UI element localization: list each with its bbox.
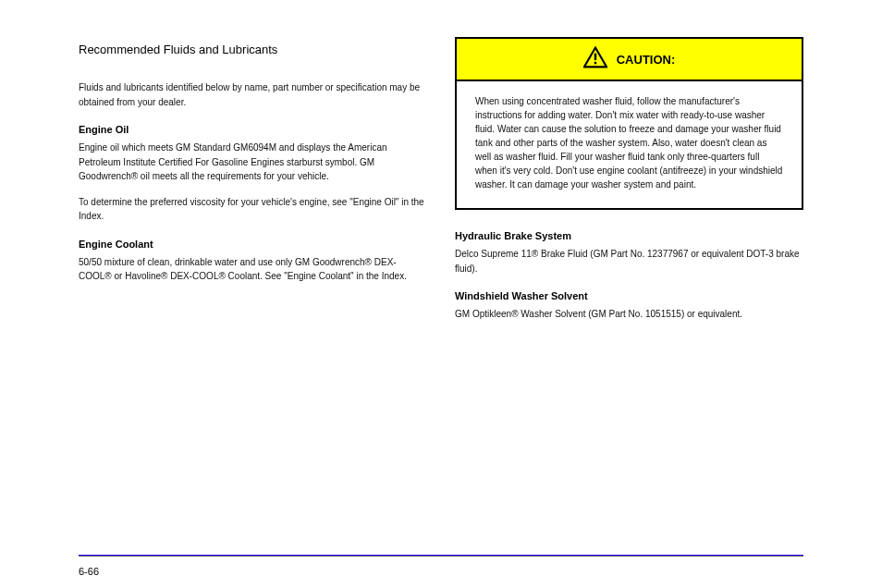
svg-rect-1 bbox=[594, 54, 596, 60]
left-column: Recommended Fluids and Lubricants Fluids… bbox=[79, 37, 427, 295]
two-column-layout: Recommended Fluids and Lubricants Fluids… bbox=[79, 37, 803, 333]
page: Recommended Fluids and Lubricants Fluids… bbox=[0, 0, 882, 333]
svg-rect-2 bbox=[594, 62, 596, 65]
subheading-brake-system: Hydraulic Brake System bbox=[455, 230, 803, 241]
right-column: CAUTION: When using concentrated washer … bbox=[455, 37, 803, 333]
subheading-engine-oil: Engine Oil bbox=[79, 124, 427, 135]
subheading-engine-coolant: Engine Coolant bbox=[79, 239, 427, 250]
paragraph: 50/50 mixture of clean, drinkable water … bbox=[79, 255, 427, 284]
page-number: 6-66 bbox=[79, 566, 99, 577]
subheading-washer-solvent: Windshield Washer Solvent bbox=[455, 290, 803, 301]
caution-header: CAUTION: bbox=[457, 39, 802, 81]
footer-rule bbox=[79, 555, 803, 556]
section-title: Recommended Fluids and Lubricants bbox=[79, 43, 427, 56]
paragraph: Fluids and lubricants identified below b… bbox=[79, 80, 427, 109]
paragraph: GM Optikleen® Washer Solvent (GM Part No… bbox=[455, 307, 803, 322]
paragraph: Delco Supreme 11® Brake Fluid (GM Part N… bbox=[455, 247, 803, 276]
caution-body: When using concentrated washer fluid, fo… bbox=[457, 81, 802, 208]
warning-icon bbox=[583, 46, 607, 72]
paragraph: To determine the preferred viscosity for… bbox=[79, 195, 427, 224]
caution-box: CAUTION: When using concentrated washer … bbox=[455, 37, 803, 210]
paragraph: Engine oil which meets GM Standard GM609… bbox=[79, 141, 427, 184]
caution-title: CAUTION: bbox=[617, 53, 676, 67]
